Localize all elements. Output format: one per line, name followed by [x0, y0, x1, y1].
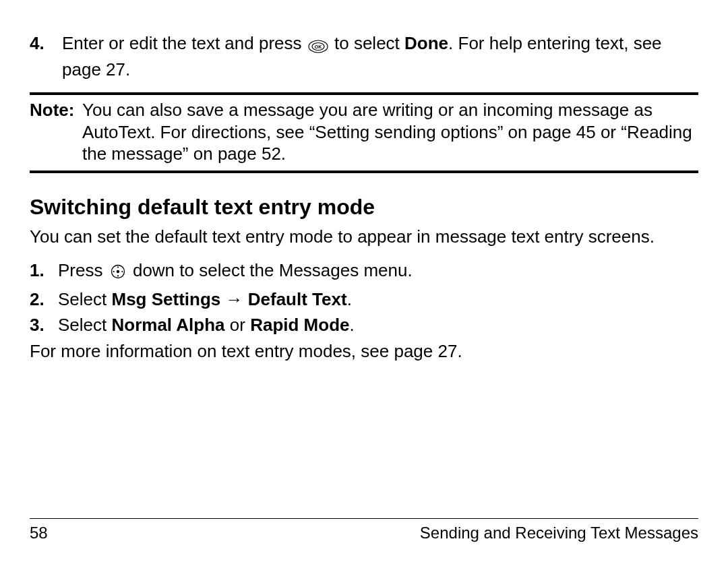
svg-text:OK: OK: [315, 44, 322, 49]
svg-point-4: [116, 270, 119, 273]
step-3-number: 3.: [30, 314, 58, 336]
svg-point-7: [113, 271, 114, 272]
step-3: 3. Select Normal Alpha or Rapid Mode.: [30, 314, 698, 336]
chapter-title: Sending and Receiving Text Messages: [420, 523, 698, 543]
step-2-tail: .: [347, 289, 352, 309]
step-4-done-label: Done: [404, 33, 448, 53]
arrow-icon: →: [220, 289, 247, 309]
note-block: Note: You can also save a message you ar…: [30, 92, 698, 173]
svg-point-5: [117, 267, 119, 268]
step-1-text-b: down to select the Messages menu.: [133, 260, 413, 280]
step-4: 4. Enter or edit the text and press OK t…: [30, 32, 698, 80]
page-footer: 58 Sending and Receiving Text Messages: [30, 518, 698, 543]
note-label: Note:: [30, 99, 82, 165]
step-2-body: Select Msg Settings → Default Text.: [58, 288, 698, 311]
step-3-prefix: Select: [58, 315, 112, 335]
more-info-text: For more information on text entry modes…: [30, 340, 698, 363]
step-4-number: 4.: [30, 32, 62, 80]
step-1-text-a: Press: [58, 260, 108, 280]
nav-key-icon: [111, 262, 125, 284]
step-4-body: Enter or edit the text and press OK to s…: [62, 32, 698, 80]
step-2-number: 2.: [30, 288, 58, 311]
step-2-bold-1: Msg Settings: [112, 289, 221, 309]
section-intro: You can set the default text entry mode …: [30, 226, 698, 248]
section-title: Switching default text entry mode: [30, 193, 698, 220]
page-number: 58: [30, 523, 48, 543]
step-4-text-b: to select: [334, 33, 404, 53]
step-3-mid: or: [225, 315, 251, 335]
steps-list: 1. Press down to select the Messages men…: [30, 259, 698, 336]
step-1-number: 1.: [30, 259, 58, 284]
step-3-body: Select Normal Alpha or Rapid Mode.: [58, 314, 698, 336]
step-1-body: Press down to select the Messages menu.: [58, 259, 698, 284]
step-3-bold-2: Rapid Mode: [250, 315, 349, 335]
step-1: 1. Press down to select the Messages men…: [30, 259, 698, 284]
step-3-tail: .: [349, 315, 354, 335]
step-2-bold-2: Default Text: [248, 289, 347, 309]
step-2-prefix: Select: [58, 289, 112, 309]
step-4-text-a: Enter or edit the text and press: [62, 33, 307, 53]
svg-point-8: [121, 271, 123, 272]
ok-button-icon: OK: [308, 36, 328, 59]
note-body: You can also save a message you are writ…: [82, 99, 698, 165]
step-3-bold-1: Normal Alpha: [112, 315, 225, 335]
step-2: 2. Select Msg Settings → Default Text.: [30, 288, 698, 311]
svg-point-6: [117, 275, 119, 276]
